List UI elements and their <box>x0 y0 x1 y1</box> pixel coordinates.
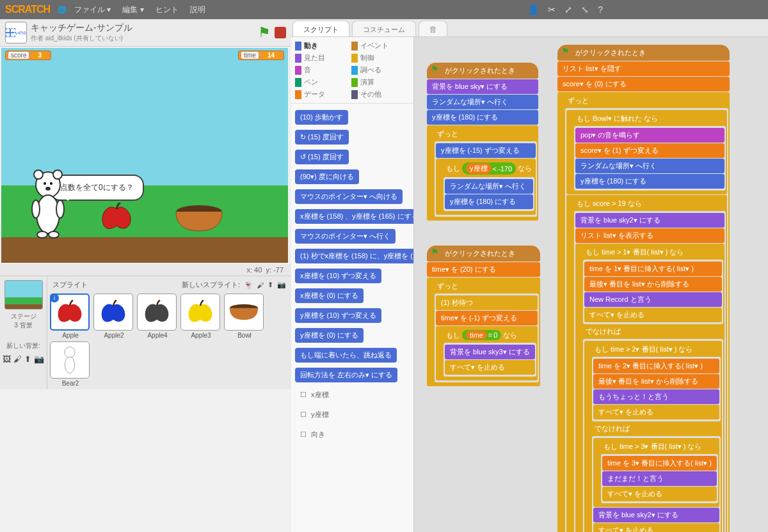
sprites-header: スプライト <box>52 280 88 290</box>
sprite-paint-icon[interactable]: 🖌 <box>257 281 264 289</box>
category-調べる[interactable]: 調べる <box>350 64 406 76</box>
sprite-library-icon[interactable]: 👻 <box>244 281 253 289</box>
stage-coords: x: 40 y: -77 <box>0 264 291 276</box>
palette-block[interactable]: (90▾) 度に向ける <box>295 169 359 184</box>
stamp-icon[interactable]: 👤 <box>528 4 539 15</box>
bowl-sprite[interactable] <box>174 204 224 232</box>
bg-library-icon[interactable]: 🖼 <box>3 354 11 364</box>
svg-point-1 <box>34 170 43 179</box>
svg-point-9 <box>37 231 47 238</box>
stage-thumbnail[interactable] <box>4 280 43 309</box>
score-display: score 3 <box>5 51 51 60</box>
palette-block[interactable]: もし端に着いたら、跳ね返る <box>295 348 397 363</box>
right-panel: スクリプト コスチューム 音 動きイベント見た目制御音調べるペン演算データその他… <box>291 19 768 532</box>
stage-column: ステージ 3 背景 新しい背景: 🖼 🖌 ⬆ 📷 <box>0 276 47 389</box>
sprite-apple3[interactable] <box>180 293 220 331</box>
palette-block[interactable]: y座標を (10) ずつ変える <box>295 308 381 323</box>
sprite-apple2[interactable] <box>93 293 133 331</box>
sprite-bowl[interactable] <box>224 293 264 331</box>
palette-block[interactable]: (1) 秒でx座標を (158) に、y座標を (16 <box>295 249 414 263</box>
grow-icon[interactable]: ⤢ <box>564 4 572 15</box>
project-title[interactable]: キャッチゲーム-サンプル <box>31 22 254 34</box>
svg-point-3 <box>44 182 46 185</box>
palette-block[interactable]: マウスのポインター▾ へ行く <box>295 229 396 244</box>
svg-point-4 <box>50 182 52 185</box>
svg-point-2 <box>53 170 62 179</box>
block-palette: 動きイベント見た目制御音調べるペン演算データその他 (10) 歩動かす↻ (15… <box>291 37 414 532</box>
palette-block[interactable]: 向き <box>295 427 330 442</box>
project-header: v456 キャッチゲーム-サンプル 作者 aid_itkids (共有していない… <box>0 19 291 47</box>
green-flag-icon[interactable]: ⚑ <box>258 24 271 41</box>
palette-block[interactable]: ↺ (15) 度回す <box>295 150 349 164</box>
svg-point-6 <box>36 195 60 233</box>
sprite-bear2[interactable] <box>50 341 90 379</box>
palette-block[interactable]: マウスのポインター▾ へ向ける <box>295 189 403 204</box>
bg-paint-icon[interactable]: 🖌 <box>13 354 22 364</box>
category-ペン[interactable]: ペン <box>294 76 350 88</box>
script-stack-3[interactable]: がクリックされたとき リスト list▾ を隠す score▾ を (0) にす… <box>557 45 730 532</box>
palette-block[interactable]: ↻ (15) 度回す <box>295 130 349 145</box>
sprite-camera-icon[interactable]: 📷 <box>277 281 286 289</box>
svg-point-10 <box>49 231 59 238</box>
svg-point-14 <box>65 357 74 373</box>
apple-sprite[interactable] <box>101 203 132 231</box>
category-イベント[interactable]: イベント <box>350 40 406 52</box>
bear-sprite[interactable] <box>29 167 67 239</box>
view-mode-icon[interactable]: v456 <box>5 22 27 43</box>
time-display: time 14 <box>238 51 284 60</box>
stop-button[interactable] <box>275 27 286 38</box>
menu-edit[interactable]: 編集 ▾ <box>122 4 143 15</box>
left-panel: v456 キャッチゲーム-サンプル 作者 aid_itkids (共有していない… <box>0 19 291 532</box>
globe-icon[interactable]: 🌐 <box>58 6 67 14</box>
svg-point-8 <box>56 200 64 218</box>
top-bar: SCRATCH 🌐 ファイル ▾ 編集 ▾ ヒント 説明 👤 ✂ ⤢ ⤡ ? <box>0 0 768 19</box>
script-stack-1[interactable]: がクリックされたとき 背景を blue sky▾ にする ランダムな場所▾ へ行… <box>427 63 538 221</box>
tool-icons: 👤 ✂ ⤢ ⤡ ? <box>528 4 603 15</box>
category-音[interactable]: 音 <box>294 64 350 76</box>
menu-file[interactable]: ファイル ▾ <box>74 4 111 15</box>
palette-block[interactable]: 回転方法を 左右のみ▾ にする <box>295 368 397 382</box>
scissors-icon[interactable]: ✂ <box>548 4 556 15</box>
category-制御[interactable]: 制御 <box>350 52 406 64</box>
category-データ[interactable]: データ <box>294 88 350 100</box>
bg-upload-icon[interactable]: ⬆ <box>24 354 31 364</box>
palette-block[interactable]: x座標を (158) 、y座標を (165) にする <box>295 209 414 224</box>
svg-point-5 <box>45 187 51 191</box>
palette-block[interactable]: y座標を (0) にする <box>295 328 364 343</box>
project-author: 作者 aid_itkids (共有していない) <box>31 34 254 43</box>
tab-scripts[interactable]: スクリプト <box>292 20 349 36</box>
top-menu: ファイル ▾ 編集 ▾ ヒント 説明 <box>74 4 205 15</box>
palette-block[interactable]: y座標 <box>295 407 334 422</box>
menu-tips[interactable]: ヒント <box>156 4 179 15</box>
stage[interactable]: score 3 time 14 点数を全て0にする？ <box>1 48 288 263</box>
scratch-logo[interactable]: SCRATCH <box>5 4 50 15</box>
category-演算[interactable]: 演算 <box>350 76 406 88</box>
sprite-upload-icon[interactable]: ⬆ <box>268 281 273 289</box>
palette-block[interactable]: (10) 歩動かす <box>295 110 348 125</box>
palette-block[interactable]: x座標を (0) にする <box>295 288 364 303</box>
shrink-icon[interactable]: ⤡ <box>581 4 589 15</box>
sprite-grid: iApple Apple2 Apple4 Apple3 Bowl Bear2 <box>50 293 289 387</box>
category-見た目[interactable]: 見た目 <box>294 52 350 64</box>
sprite-apple4[interactable] <box>137 293 177 331</box>
help-icon[interactable]: ? <box>598 4 603 15</box>
scripts-area[interactable]: がクリックされたとき 背景を blue sky▾ にする ランダムな場所▾ へ行… <box>414 37 768 532</box>
sprite-apple[interactable]: i <box>50 293 90 331</box>
bg-camera-icon[interactable]: 📷 <box>34 354 44 364</box>
svg-point-13 <box>65 347 75 357</box>
script-stack-2[interactable]: がクリックされたとき time▾ を (20) にする ずっと (1) 秒待つ … <box>427 246 540 387</box>
tab-sounds[interactable]: 音 <box>419 20 447 36</box>
editor-tabs: スクリプト コスチューム 音 <box>291 19 768 37</box>
category-その他[interactable]: その他 <box>350 88 406 100</box>
svg-point-7 <box>32 200 40 218</box>
palette-block[interactable]: x座標を (10) ずつ変える <box>295 269 381 283</box>
tab-costumes[interactable]: コスチューム <box>352 20 416 36</box>
sprite-panel: ステージ 3 背景 新しい背景: 🖼 🖌 ⬆ 📷 スプライト 新しいスプライト:… <box>0 276 291 389</box>
category-動き[interactable]: 動き <box>294 40 350 52</box>
menu-about[interactable]: 説明 <box>190 4 205 15</box>
palette-block[interactable]: x座標 <box>295 387 334 402</box>
